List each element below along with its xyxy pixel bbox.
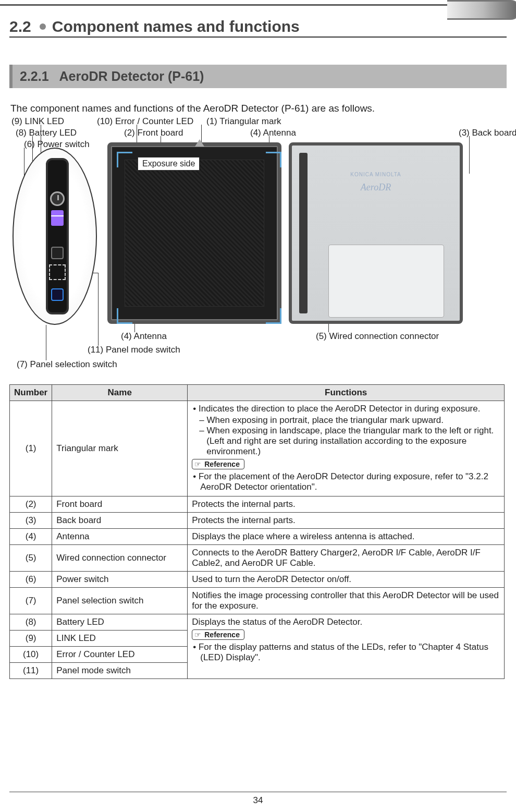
section-number: 2.2 <box>9 18 31 35</box>
table-row: (7) Panel selection switch Notifies the … <box>10 588 505 614</box>
label-8: (8) Battery LED <box>16 128 77 138</box>
pointing-hand-icon: ☞ <box>194 460 201 468</box>
cell-num: (8) <box>10 614 52 631</box>
table-row: (6) Power switch Used to turn the AeroDR… <box>10 572 505 588</box>
func-sub: When exposing in landscape, place the tr… <box>199 426 500 457</box>
th-name: Name <box>52 385 188 401</box>
cell-num: (1) <box>10 401 52 496</box>
cell-num: (7) <box>10 588 52 614</box>
cell-func-merged: Displays the status of the AeroDR Detect… <box>188 614 505 679</box>
control-panel-zoom <box>13 148 97 325</box>
cell-num: (3) <box>10 513 52 529</box>
panel-selection-icon <box>51 247 64 259</box>
cell-num: (2) <box>10 496 52 513</box>
th-func: Functions <box>188 385 505 401</box>
label-3: (3) Back board <box>459 128 516 138</box>
label-10: (10) Error / Counter LED <box>97 116 193 127</box>
cell-name: Panel mode switch <box>52 663 188 679</box>
lead-line <box>134 324 135 332</box>
label-1: (1) Triangular mark <box>206 116 281 127</box>
cell-func: Displays the place where a wireless ante… <box>188 529 505 545</box>
cell-func: Notifies the image processing controller… <box>188 588 505 614</box>
cell-func: Protects the internal parts. <box>188 496 505 513</box>
th-number: Number <box>10 385 52 401</box>
led-stack-icon <box>51 210 64 226</box>
section-name: Component names and functions <box>52 18 300 35</box>
component-table: Number Name Functions (1) Triangular mar… <box>9 384 505 679</box>
top-rule <box>0 4 516 6</box>
cell-name: Front board <box>52 496 188 513</box>
lead-line <box>469 136 470 174</box>
table-row: (1) Triangular mark Indicates the direct… <box>10 401 505 496</box>
cell-func: Protects the internal parts. <box>188 513 505 529</box>
cell-func: Indicates the direction to place the Aer… <box>188 401 505 496</box>
component-diagram: (9) LINK LED (8) Battery LED (6) Power s… <box>9 116 507 372</box>
table-row: (4) Antenna Displays the place where a w… <box>10 529 505 545</box>
section-underline <box>9 37 507 38</box>
reference-badge: ☞ Reference <box>192 629 244 640</box>
lead-line <box>46 325 46 360</box>
reference-badge: ☞ Reference <box>192 459 244 469</box>
func-ref: For the placement of the AeroDR Detector… <box>192 471 500 492</box>
section-title: 2.2 Component names and functions <box>9 18 507 35</box>
table-row: (8) Battery LED Displays the status of t… <box>10 614 505 631</box>
cell-num: (9) <box>10 631 52 647</box>
reference-label: Reference <box>204 631 240 639</box>
cell-num: (5) <box>10 545 52 572</box>
subsection-heading: 2.2.1 AeroDR Detector (P-61) <box>9 65 507 88</box>
lead-line <box>98 273 99 346</box>
corner-mark-icon <box>117 308 132 324</box>
brand-small: KONICA MINOLTA <box>292 172 460 177</box>
cell-num: (6) <box>10 572 52 588</box>
cell-name: Power switch <box>52 572 188 588</box>
cell-name: Battery LED <box>52 614 188 631</box>
label-4a: (4) Antenna <box>250 128 296 138</box>
cell-name: Error / Counter LED <box>52 647 188 663</box>
func-intro: Displays the status of the AeroDR Detect… <box>192 617 500 627</box>
func-ref: For the display patterns and status of t… <box>192 642 500 663</box>
corner-mark-icon <box>117 152 132 167</box>
power-icon <box>50 191 65 206</box>
lead-line <box>328 324 329 332</box>
cell-func: Connects to the AeroDR Battery Charger2,… <box>188 545 505 572</box>
label-5: (5) Wired connection connector <box>316 331 439 342</box>
intro-text: The component names and functions of the… <box>10 103 507 114</box>
cell-name: Triangular mark <box>52 401 188 496</box>
corner-mark-icon <box>266 308 281 324</box>
subsection-number: 2.2.1 <box>20 69 49 83</box>
bullet-icon <box>40 23 46 30</box>
corner-mark-icon <box>266 152 281 167</box>
table-row: (2) Front board Protects the internal pa… <box>10 496 505 513</box>
pointing-hand-icon: ☞ <box>194 631 201 639</box>
label-2: (2) Front board <box>124 128 183 138</box>
cell-name: Wired connection connector <box>52 545 188 572</box>
label-7: (7) Panel selection switch <box>17 359 117 370</box>
triangular-mark-icon <box>195 139 204 147</box>
cell-name: Antenna <box>52 529 188 545</box>
corner-tab-icon <box>447 0 516 20</box>
brand-logo: AeroDR <box>292 182 460 193</box>
cell-num: (4) <box>10 529 52 545</box>
cell-name: LINK LED <box>52 631 188 647</box>
spec-plate-graphic <box>328 245 444 318</box>
counter-area-icon <box>49 264 66 280</box>
table-row: (3) Back board Protects the internal par… <box>10 513 505 529</box>
func-bullet: Indicates the direction to place the Aer… <box>192 404 500 414</box>
reference-label: Reference <box>204 460 240 468</box>
table-row: (5) Wired connection connector Connects … <box>10 545 505 572</box>
cell-name: Panel selection switch <box>52 588 188 614</box>
label-11: (11) Panel mode switch <box>88 345 180 355</box>
label-4b: (4) Antenna <box>121 331 167 342</box>
cell-name: Back board <box>52 513 188 529</box>
label-9: (9) LINK LED <box>11 116 64 127</box>
table-header-row: Number Name Functions <box>10 385 505 401</box>
subsection-title: AeroDR Detector (P-61) <box>59 69 204 83</box>
panel-mode-icon <box>51 288 64 301</box>
cell-func: Used to turn the AeroDR Detector on/off. <box>188 572 505 588</box>
cell-num: (11) <box>10 663 52 679</box>
page-number: 34 <box>0 792 516 806</box>
cell-num: (10) <box>10 647 52 663</box>
func-sub: When exposing in portrait, place the tri… <box>199 415 500 426</box>
back-board-graphic: KONICA MINOLTA AeroDR <box>289 142 463 324</box>
exposure-side-label: Exposure side <box>138 157 200 171</box>
